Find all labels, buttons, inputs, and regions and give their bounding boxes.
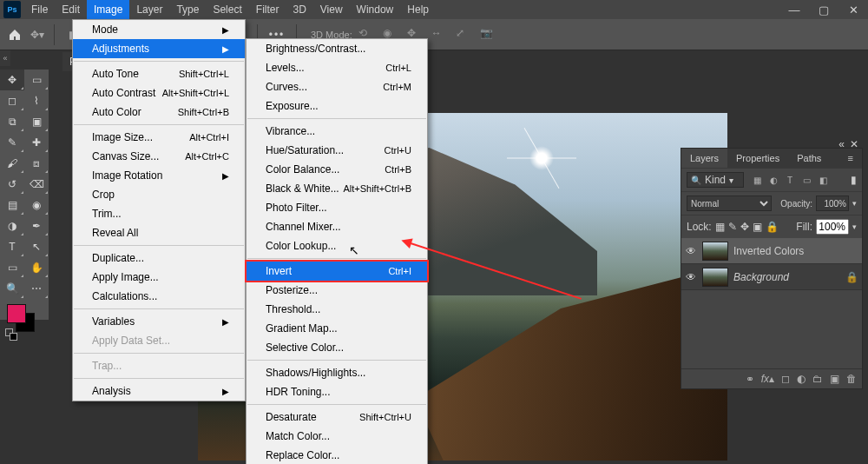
mask-icon[interactable]: ◻ <box>781 373 790 385</box>
menu-item-canvas-size[interactable]: Canvas Size...Alt+Ctrl+C <box>73 147 245 166</box>
menu-item-auto-contrast[interactable]: Auto ContrastAlt+Shift+Ctrl+L <box>73 83 245 103</box>
panel-tab-properties[interactable]: Properties <box>727 149 788 168</box>
filter-kind-dropdown[interactable]: 🔍Kind ▾ <box>687 172 744 188</box>
lock-artboard-icon[interactable]: ▣ <box>753 221 762 233</box>
menu-item-hdr-toning[interactable]: HDR Toning... <box>247 382 427 401</box>
menu-window[interactable]: Window <box>350 0 401 19</box>
menu-image[interactable]: Image <box>87 0 129 19</box>
menu-item-posterize[interactable]: Posterize... <box>247 281 427 300</box>
slide-icon[interactable]: ↔ <box>431 27 447 43</box>
menu-item-levels[interactable]: Levels...Ctrl+L <box>247 58 427 77</box>
crop-tool[interactable]: ⧉ <box>0 111 24 132</box>
healing-tool[interactable]: ✚ <box>24 132 49 153</box>
marquee-tool[interactable]: ◻ <box>0 90 24 111</box>
menu-item-channel-mixer[interactable]: Channel Mixer... <box>247 217 427 236</box>
move-tool[interactable]: ✥ <box>0 70 24 90</box>
visibility-icon[interactable]: 👁 <box>685 271 697 283</box>
menu-item-reveal-all[interactable]: Reveal All <box>73 223 245 242</box>
eyedropper-tool[interactable]: ✎ <box>0 132 24 153</box>
menu-item-invert[interactable]: InvertCtrl+I <box>247 262 427 281</box>
frame-tool[interactable]: ▣ <box>24 111 49 132</box>
menu-item-photo-filter[interactable]: Photo Filter... <box>247 198 427 217</box>
link-icon[interactable]: ⚭ <box>746 373 754 385</box>
zoom-tool[interactable]: 🔍 <box>0 278 24 299</box>
minimize-button[interactable]: — <box>779 0 809 19</box>
opacity-input[interactable] <box>816 196 849 211</box>
hand-tool[interactable]: ✋ <box>24 257 49 278</box>
menu-item-desaturate[interactable]: DesaturateShift+Ctrl+U <box>247 408 427 427</box>
menu-3d[interactable]: 3D <box>286 0 312 19</box>
collapse-gutter[interactable]: « <box>0 50 10 66</box>
group-icon[interactable]: 🗀 <box>812 373 823 385</box>
close-button[interactable]: ✕ <box>838 0 868 19</box>
menu-view[interactable]: View <box>313 0 350 19</box>
menu-item-image-rotation[interactable]: Image Rotation▶ <box>73 166 245 185</box>
layer-row[interactable]: 👁Inverted Colors <box>681 238 862 264</box>
layer-row[interactable]: 👁Background🔒 <box>681 264 862 290</box>
menu-item-gradient-map[interactable]: Gradient Map... <box>247 319 427 338</box>
eraser-tool[interactable]: ⌫ <box>24 174 49 195</box>
menu-item-selective-color[interactable]: Selective Color... <box>247 338 427 357</box>
menu-item-exposure[interactable]: Exposure... <box>247 96 427 116</box>
lock-pixels-icon[interactable]: ▦ <box>715 221 725 233</box>
filter-pixel-icon[interactable]: ▦ <box>751 174 763 186</box>
lock-all-icon[interactable]: 🔒 <box>766 221 779 233</box>
menu-item-threshold[interactable]: Threshold... <box>247 300 427 319</box>
filter-toggle-icon[interactable]: ▮ <box>851 174 857 186</box>
layer-thumbnail[interactable] <box>702 268 728 287</box>
opacity-chevron-icon[interactable]: ▾ <box>852 199 857 208</box>
filter-smart-icon[interactable]: ◧ <box>817 174 829 186</box>
panel-collapse-icon[interactable]: « <box>838 138 845 150</box>
fill-input[interactable] <box>816 219 849 235</box>
filter-type-icon[interactable]: T <box>784 174 796 186</box>
filter-adjust-icon[interactable]: ◐ <box>767 174 779 186</box>
new-icon[interactable]: ▣ <box>830 373 839 385</box>
tool-preset-icon[interactable]: ✥▾ <box>28 25 47 44</box>
maximize-button[interactable]: ▢ <box>809 0 838 19</box>
menu-item-auto-color[interactable]: Auto ColorShift+Ctrl+B <box>73 103 245 122</box>
menu-item-color-lookup[interactable]: Color Lookup... <box>247 236 427 255</box>
menu-item-trim[interactable]: Trim... <box>73 204 245 223</box>
menu-item-match-color[interactable]: Match Color... <box>247 427 427 446</box>
type-tool[interactable]: T <box>0 236 24 257</box>
fill-chevron-icon[interactable]: ▾ <box>852 222 857 231</box>
color-swatches[interactable] <box>0 302 49 337</box>
menu-item-vibrance[interactable]: Vibrance... <box>247 122 427 141</box>
menu-file[interactable]: File <box>24 0 55 19</box>
home-button[interactable] <box>5 25 24 44</box>
layer-thumbnail[interactable] <box>702 242 728 261</box>
pen-tool[interactable]: ✒ <box>24 215 49 236</box>
artboard-tool[interactable]: ▭ <box>24 70 49 90</box>
history-brush[interactable]: ↺ <box>0 174 24 195</box>
trash-icon[interactable]: 🗑 <box>846 373 857 385</box>
menu-filter[interactable]: Filter <box>249 0 286 19</box>
menu-item-hue-saturation[interactable]: Hue/Saturation...Ctrl+U <box>247 141 427 160</box>
gradient-tool[interactable]: ▤ <box>0 195 24 215</box>
dodge-tool[interactable]: ◑ <box>0 215 24 236</box>
menu-item-apply-image[interactable]: Apply Image... <box>73 268 245 287</box>
menu-layer[interactable]: Layer <box>129 0 169 19</box>
menu-item-replace-color[interactable]: Replace Color... <box>247 446 427 464</box>
menu-item-mode[interactable]: Mode▶ <box>73 20 245 39</box>
lock-position-icon[interactable]: ✎ <box>728 221 737 233</box>
menu-item-calculations[interactable]: Calculations... <box>73 287 245 306</box>
menu-type[interactable]: Type <box>169 0 206 19</box>
menu-item-shadows-highlights[interactable]: Shadows/Highlights... <box>247 363 427 382</box>
camera-icon[interactable]: 📷 <box>480 27 496 43</box>
path-tool[interactable]: ↖ <box>24 236 49 257</box>
menu-item-analysis[interactable]: Analysis▶ <box>73 381 245 401</box>
panel-tab-layers[interactable]: Layers <box>681 149 727 168</box>
menu-item-crop[interactable]: Crop <box>73 185 245 204</box>
visibility-icon[interactable]: 👁 <box>685 245 697 257</box>
menu-item-auto-tone[interactable]: Auto ToneShift+Ctrl+L <box>73 64 245 83</box>
clone-tool[interactable]: ⧈ <box>24 153 49 174</box>
edit-toolbar[interactable]: ⋯ <box>24 278 49 299</box>
menu-help[interactable]: Help <box>400 0 436 19</box>
menu-edit[interactable]: Edit <box>55 0 87 19</box>
shape-tool[interactable]: ▭ <box>0 257 24 278</box>
blur-tool[interactable]: ◉ <box>24 195 49 215</box>
menu-item-brightness-contrast[interactable]: Brightness/Contrast... <box>247 39 427 58</box>
filter-shape-icon[interactable]: ▭ <box>800 174 812 186</box>
menu-item-color-balance[interactable]: Color Balance...Ctrl+B <box>247 160 427 179</box>
menu-item-image-size[interactable]: Image Size...Alt+Ctrl+I <box>73 128 245 147</box>
